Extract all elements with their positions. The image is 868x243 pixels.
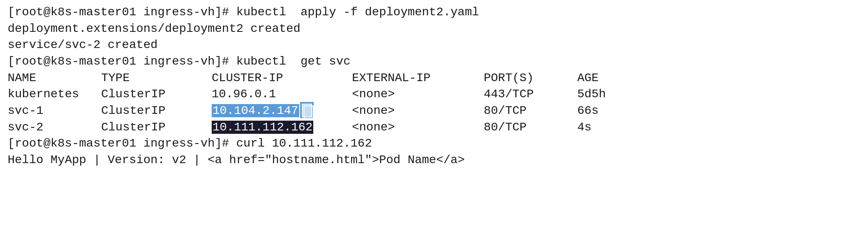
svc2-ip-highlight[interactable]: 10.111.112.162 bbox=[212, 121, 313, 134]
command-line-4: [root@k8s-master01 ingress-vh]# kubectl … bbox=[8, 54, 860, 70]
copy-icon[interactable] bbox=[300, 102, 314, 118]
command-line-1: [root@k8s-master01 ingress-vh]# kubectl … bbox=[8, 4, 860, 21]
table-row-svc2: svc-2ClusterIP10.111.112.162<none>80/TCP… bbox=[8, 119, 860, 136]
svc1-ip-highlight: 10.104.2.147 bbox=[212, 104, 299, 117]
table-row-svc1: svc-1ClusterIP10.104.2.147<none>80/TCP66… bbox=[8, 103, 860, 119]
output-line-2: deployment.extensions/deployment2 create… bbox=[8, 21, 860, 37]
output-line-10: Hello MyApp | Version: v2 | <a href="hos… bbox=[8, 152, 860, 169]
terminal-window: [root@k8s-master01 ingress-vh]# kubectl … bbox=[0, 0, 868, 243]
output-line-3: service/svc-2 created bbox=[8, 37, 860, 54]
table-header-row: NAMETYPECLUSTER-IPEXTERNAL-IPPORT(S)AGE bbox=[8, 70, 860, 87]
command-line-9: [root@k8s-master01 ingress-vh]# curl 10.… bbox=[8, 136, 860, 152]
table-row-kubernetes: kubernetesClusterIP10.96.0.1<none>443/TC… bbox=[8, 86, 860, 103]
